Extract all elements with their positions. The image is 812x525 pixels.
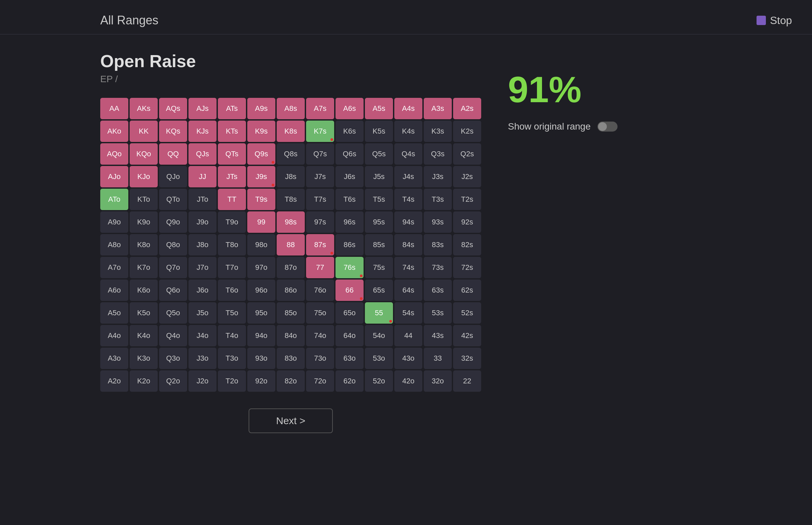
cell-99: 99	[247, 211, 275, 233]
cell-a4s: A4s	[394, 98, 423, 119]
cell-74s: 74s	[394, 257, 423, 278]
cell-53o: 53o	[365, 348, 393, 369]
cell-95s: 95s	[365, 211, 393, 233]
cell-83o: 83o	[277, 348, 305, 369]
cell-86o: 86o	[277, 280, 305, 301]
cell-77: 77	[306, 257, 334, 278]
cell-q7s: Q7s	[306, 143, 334, 165]
cell-kqo: KQo	[130, 143, 158, 165]
cell-84s: 84s	[394, 234, 423, 255]
cell-j9s: J9s	[247, 166, 275, 188]
cell-k9o: K9o	[130, 211, 158, 233]
cell-q4o: Q4o	[159, 325, 187, 346]
cell-93o: 93o	[247, 348, 275, 369]
partial-indicator	[272, 161, 274, 164]
cell-a9o: A9o	[100, 211, 128, 233]
cell-j2o: J2o	[189, 370, 217, 392]
cell-q5s: Q5s	[365, 143, 393, 165]
cell-jj: JJ	[189, 166, 217, 188]
cell-qto: QTo	[159, 189, 187, 210]
cell-q3o: Q3o	[159, 348, 187, 369]
cell-qq: QQ	[159, 143, 187, 165]
cell-t9s: T9s	[247, 189, 275, 210]
cell-a3o: A3o	[100, 348, 128, 369]
cell-a2o: A2o	[100, 370, 128, 392]
cell-t4o: T4o	[218, 325, 246, 346]
cell-62s: 62s	[453, 280, 481, 301]
cell-kts: KTs	[218, 121, 246, 142]
left-panel: Open Raise EP / AAAKsAQsAJsATsA9sA8sA7sA…	[100, 51, 481, 433]
cell-k3s: K3s	[424, 121, 452, 142]
cell-j3o: J3o	[189, 348, 217, 369]
cell-j6s: J6s	[336, 166, 364, 188]
cell-44: 44	[394, 325, 423, 346]
cell-t2o: T2o	[218, 370, 246, 392]
cell-kqs: KQs	[159, 121, 187, 142]
cell-k5o: K5o	[130, 302, 158, 324]
cell-q8s: Q8s	[277, 143, 305, 165]
cell-73o: 73o	[306, 348, 334, 369]
cell-kjs: KJs	[189, 121, 217, 142]
cell-k2o: K2o	[130, 370, 158, 392]
cell-k6s: K6s	[336, 121, 364, 142]
cell-aqo: AQo	[100, 143, 128, 165]
partial-indicator	[360, 274, 363, 277]
cell-kto: KTo	[130, 189, 158, 210]
cell-ajo: AJo	[100, 166, 128, 188]
partial-indicator	[330, 252, 333, 254]
cell-76o: 76o	[306, 280, 334, 301]
cell-54s: 54s	[394, 302, 423, 324]
cell-65o: 65o	[336, 302, 364, 324]
cell-86s: 86s	[336, 234, 364, 255]
cell-t3s: T3s	[424, 189, 452, 210]
show-original-range-toggle[interactable]	[597, 122, 618, 132]
percentage-display: 91%	[508, 71, 618, 108]
cell-62o: 62o	[336, 370, 364, 392]
cell-42s: 42s	[453, 325, 481, 346]
cell-75o: 75o	[306, 302, 334, 324]
cell-ats: ATs	[218, 98, 246, 119]
cell-32s: 32s	[453, 348, 481, 369]
cell-k7s: K7s	[306, 121, 334, 142]
cell-88: 88	[277, 234, 305, 255]
cell-a8o: A8o	[100, 234, 128, 255]
show-original-range-label: Show original range	[508, 121, 591, 132]
cell-q2o: Q2o	[159, 370, 187, 392]
cell-63o: 63o	[336, 348, 364, 369]
cell-qts: QTs	[218, 143, 246, 165]
cell-k4s: K4s	[394, 121, 423, 142]
cell-32o: 32o	[424, 370, 452, 392]
cell-87o: 87o	[277, 257, 305, 278]
cell-t8o: T8o	[218, 234, 246, 255]
cell-j8s: J8s	[277, 166, 305, 188]
cell-aks: AKs	[130, 98, 158, 119]
cell-t6o: T6o	[218, 280, 246, 301]
cell-kjo: KJo	[130, 166, 158, 188]
cell-55: 55	[365, 302, 393, 324]
cell-j2s: J2s	[453, 166, 481, 188]
cell-k2s: K2s	[453, 121, 481, 142]
cell-jts: JTs	[218, 166, 246, 188]
cell-t6s: T6s	[336, 189, 364, 210]
cell-k7o: K7o	[130, 257, 158, 278]
cell-j5s: J5s	[365, 166, 393, 188]
cell-qjo: QJo	[159, 166, 187, 188]
cell-a9s: A9s	[247, 98, 275, 119]
cell-43o: 43o	[394, 348, 423, 369]
partial-indicator	[272, 184, 274, 186]
cell-ako: AKo	[100, 121, 128, 142]
cell-93s: 93s	[424, 211, 452, 233]
cell-a5s: A5s	[365, 98, 393, 119]
cell-tt: TT	[218, 189, 246, 210]
cell-q6o: Q6o	[159, 280, 187, 301]
cell-72o: 72o	[306, 370, 334, 392]
cell-j3s: J3s	[424, 166, 452, 188]
cell-j6o: J6o	[189, 280, 217, 301]
next-button[interactable]: Next >	[249, 408, 333, 433]
cell-a5o: A5o	[100, 302, 128, 324]
cell-64s: 64s	[394, 280, 423, 301]
cell-87s: 87s	[306, 234, 334, 255]
stop-button[interactable]: Stop	[756, 14, 792, 27]
cell-54o: 54o	[365, 325, 393, 346]
cell-22: 22	[453, 370, 481, 392]
